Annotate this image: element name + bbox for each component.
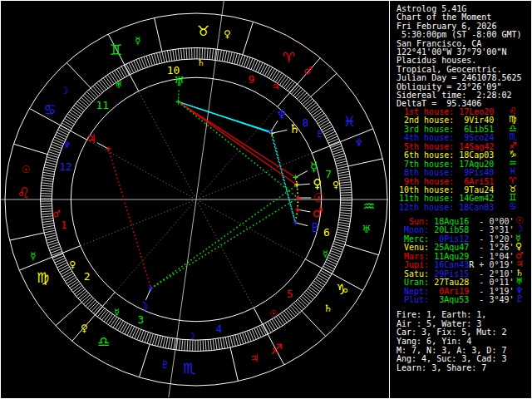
house-number-2: 2 <box>84 270 91 283</box>
sign-ruler-glyph-aquarius: ♅ <box>362 224 371 235</box>
sign-ruler-glyph-sagittarius: ♃ <box>250 352 259 364</box>
house-ruler-glyph-8: ♇ <box>316 129 324 140</box>
sign-glyph-taurus: ♉ <box>197 22 209 39</box>
element-statistics: Fire: 1, Earth: 1,Air : 5, Water: 3Car: … <box>390 311 532 373</box>
sign-glyph-cancer: ♋ <box>43 101 56 118</box>
chart-header-info: Astrolog 5.41GChart of the MomentFri Feb… <box>390 5 532 109</box>
planet-position-mark-plut <box>293 220 298 225</box>
sign-glyph-aquarius: ♒ <box>362 198 375 214</box>
house-ruler-glyph-10: ♄ <box>197 57 205 68</box>
planet-glyph-nept: ♆ <box>276 107 287 122</box>
house-number-5: 5 <box>287 288 293 300</box>
planet-position-mark-moon <box>149 286 154 291</box>
aspect-lines <box>108 101 298 288</box>
planet-position-list: Sun: 18Aqu16 - 0°00'☉ Moon: 20Lib58 - 3°… <box>390 218 532 304</box>
info-line: 5:30:00pm (ST -8:00 GMT) <box>397 31 532 39</box>
planet-position-mark-jupi <box>106 146 111 151</box>
zodiac-sign-icon: ♋ <box>509 203 517 211</box>
info-line: Julian Day = 2461078.5625 <box>397 74 532 82</box>
planet-icon-plut: ♇ <box>515 295 524 303</box>
house-number-11: 11 <box>96 99 109 111</box>
house-ruler-glyph-4: ☽ <box>187 331 195 342</box>
sign-ruler-glyph-capricorn: ♄ <box>323 303 332 314</box>
house-row: 12th house: 18Can03♋ <box>399 204 532 212</box>
planet-glyph-merc: ☿ <box>310 160 318 175</box>
house-number-12: 12 <box>59 160 72 173</box>
house-number-6: 6 <box>323 226 330 239</box>
sign-glyph-sagittarius: ♐ <box>270 341 283 357</box>
planet-glyph-moon: ☽ <box>137 299 148 314</box>
planet-glyph-jupi: ♃ <box>85 131 96 146</box>
house-number-1: 1 <box>61 219 67 231</box>
house-ruler-glyph-11: ♅ <box>115 80 123 91</box>
astrolog-window: ♈♂♉♀♊☿♋☽♌☉♍☿♎♀♏♇♐♃♑♄♒♅♓♆1♂2♀3☿4☽5☉6☿7♀8♇… <box>0 0 532 399</box>
sign-glyph-pisces: ♓ <box>343 113 356 130</box>
house-number-8: 8 <box>302 116 308 129</box>
sign-glyph-gemini: ♊ <box>110 42 122 58</box>
house-number-3: 3 <box>138 313 145 326</box>
sign-glyph-libra: ♎ <box>97 333 110 350</box>
house-ruler-glyph-3: ☿ <box>114 307 120 318</box>
house-ruler-glyph-12: ♆ <box>63 140 71 150</box>
sign-glyph-capricorn: ♑ <box>336 281 348 298</box>
sign-glyph-aries: ♈ <box>283 49 295 66</box>
planet-position-mark-merc <box>293 175 298 180</box>
house-ruler-glyph-7: ♀ <box>332 180 339 190</box>
planet-glyph-mars: ♂ <box>312 205 323 220</box>
house-ruler-glyph-9: ♃ <box>272 81 280 92</box>
planet-glyph-venu: ♀ <box>313 176 322 191</box>
sign-glyph-leo: ♌ <box>17 185 29 201</box>
house-ruler-glyph-5: ☉ <box>269 308 278 319</box>
sign-ruler-glyph-taurus: ♀ <box>224 28 231 40</box>
house-ruler-glyph-2: ♀ <box>69 259 76 270</box>
sign-ruler-glyph-pisces: ♆ <box>355 137 364 149</box>
house-cusp-list: 1st house: 17Leo20♌ 2nd house: 9Vir40♍ 3… <box>390 108 532 212</box>
sign-glyph-virgo: ♍ <box>37 269 49 286</box>
sign-ruler-glyph-scorpio: ♇ <box>160 359 170 371</box>
sign-ruler-glyph-cancer: ☽ <box>60 85 69 96</box>
planet-row: Plut: 3Aqu53 - 3°49'♇ <box>399 296 532 304</box>
sign-ruler-glyph-gemini: ☿ <box>135 35 140 47</box>
planet-glyph-plut: ♇ <box>309 220 320 235</box>
sign-ruler-glyph-aries: ♂ <box>303 65 313 76</box>
chart-wheel-pane: ♈♂♉♀♊☿♋☽♌☉♍☿♎♀♏♇♐♃♑♄♒♅♓♆1♂2♀3☿4☽5☉6☿7♀8♇… <box>0 0 389 399</box>
natal-wheel-chart: ♈♂♉♀♊☿♋☽♌☉♍☿♎♀♏♇♐♃♑♄♒♅♓♆1♂2♀3☿4☽5☉6☿7♀8♇… <box>0 0 389 399</box>
sign-glyph-scorpio: ♏ <box>183 360 195 377</box>
planet-position-mark-mars <box>295 207 300 212</box>
sign-ruler-glyph-leo: ☉ <box>22 164 31 175</box>
chart-info-panel: Astrolog 5.41GChart of the MomentFri Feb… <box>389 0 532 399</box>
house-ruler-glyph-1: ♂ <box>52 209 61 219</box>
planet-glyph-uran: ♅ <box>174 74 185 89</box>
house-number-7: 7 <box>325 168 332 180</box>
planet-glyph-satu: ♄ <box>288 121 299 136</box>
house-ruler-glyph-6: ☿ <box>323 249 328 259</box>
house-number-9: 9 <box>249 73 255 86</box>
stats-line: Learn: 3, Share: 7 <box>397 364 532 373</box>
sign-ruler-glyph-libra: ♀ <box>81 323 88 334</box>
house-number-4: 4 <box>215 323 222 335</box>
sign-ruler-glyph-virgo: ☿ <box>30 250 36 262</box>
planet-glyph-sun: ☉ <box>313 190 323 205</box>
